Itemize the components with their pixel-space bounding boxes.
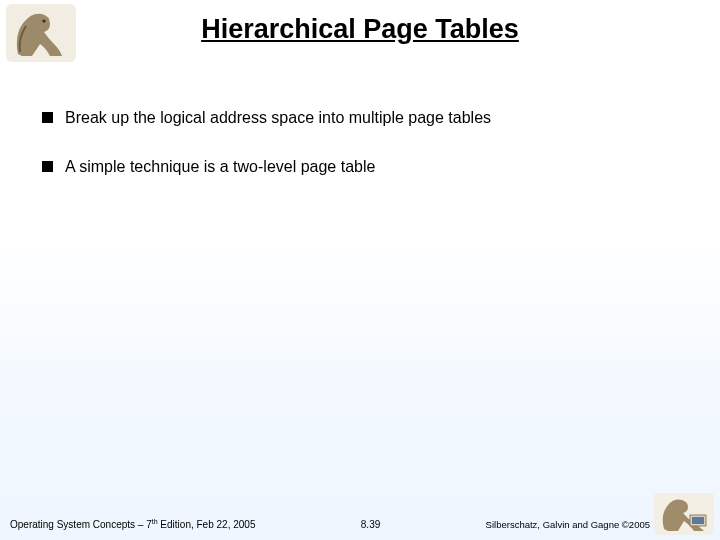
footer: Operating System Concepts – 7th Edition,… bbox=[10, 518, 650, 530]
footer-left-post: Edition, Feb 22, 2005 bbox=[158, 519, 256, 530]
bullet-item: Break up the logical address space into … bbox=[42, 108, 678, 129]
footer-left-pre: Operating System Concepts – 7 bbox=[10, 519, 152, 530]
slide: Hierarchical Page Tables Break up the lo… bbox=[0, 0, 720, 540]
bullet-text: A simple technique is a two-level page t… bbox=[65, 157, 375, 178]
footer-page-number: 8.39 bbox=[255, 519, 485, 530]
svg-rect-4 bbox=[692, 517, 704, 524]
bullet-text: Break up the logical address space into … bbox=[65, 108, 491, 129]
bullet-item: A simple technique is a two-level page t… bbox=[42, 157, 678, 178]
square-bullet-icon bbox=[42, 112, 53, 123]
svg-rect-2 bbox=[654, 493, 714, 535]
footer-right: Silberschatz, Galvin and Gagne ©2005 bbox=[486, 519, 650, 530]
dinosaur-logo-bottom bbox=[654, 493, 714, 535]
content-area: Break up the logical address space into … bbox=[42, 108, 678, 206]
square-bullet-icon bbox=[42, 161, 53, 172]
footer-left: Operating System Concepts – 7th Edition,… bbox=[10, 518, 255, 530]
slide-title: Hierarchical Page Tables bbox=[0, 14, 720, 45]
